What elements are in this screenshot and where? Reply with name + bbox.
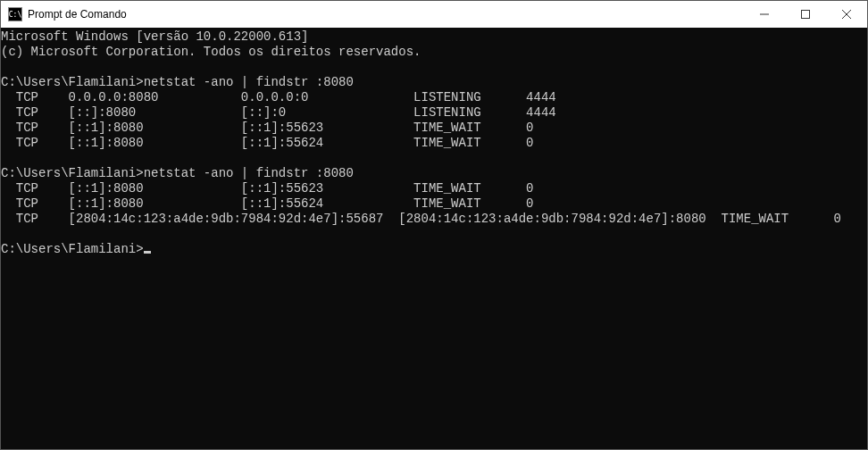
terminal-line: TCP [::1]:8080 [::1]:55624 TIME_WAIT 0 [1, 136, 867, 151]
terminal-line: C:\Users\Flamilani>netstat -ano | findst… [1, 166, 867, 181]
terminal-line: (c) Microsoft Corporation. Todos os dire… [1, 45, 867, 60]
terminal-line: TCP [::]:8080 [::]:0 LISTENING 4444 [1, 105, 867, 121]
minimize-icon [760, 10, 769, 19]
app-icon: C:\ [8, 7, 22, 21]
terminal-line [1, 227, 867, 242]
terminal-output[interactable]: Microsoft Windows [versão 10.0.22000.613… [1, 28, 867, 449]
terminal-line: TCP [::1]:8080 [::1]:55624 TIME_WAIT 0 [1, 196, 867, 212]
maximize-button[interactable] [785, 1, 826, 28]
terminal-line: TCP [::1]:8080 [::1]:55623 TIME_WAIT 0 [1, 121, 867, 136]
terminal-line: TCP [::1]:8080 [::1]:55623 TIME_WAIT 0 [1, 181, 867, 196]
titlebar[interactable]: C:\ Prompt de Comando [1, 1, 867, 28]
terminal-line [1, 151, 867, 166]
terminal-line: C:\Users\Flamilani>netstat -ano | findst… [1, 75, 867, 90]
svg-rect-0 [802, 11, 810, 19]
terminal-line [1, 60, 867, 75]
terminal-line: TCP [2804:14c:123:a4de:9db:7984:92d:4e7]… [1, 212, 867, 227]
window-controls [744, 1, 867, 28]
cursor [144, 251, 151, 254]
maximize-icon [801, 10, 810, 19]
command-prompt-window: C:\ Prompt de Comando Microsoft Windows … [0, 0, 868, 450]
terminal-line: Microsoft Windows [versão 10.0.22000.613… [1, 29, 867, 45]
terminal-line: TCP 0.0.0.0:8080 0.0.0.0:0 LISTENING 444… [1, 90, 867, 105]
terminal-prompt[interactable]: C:\Users\Flamilani> [1, 242, 867, 257]
close-button[interactable] [826, 1, 867, 28]
close-icon [842, 10, 851, 19]
minimize-button[interactable] [744, 1, 785, 28]
window-title: Prompt de Comando [28, 8, 127, 21]
